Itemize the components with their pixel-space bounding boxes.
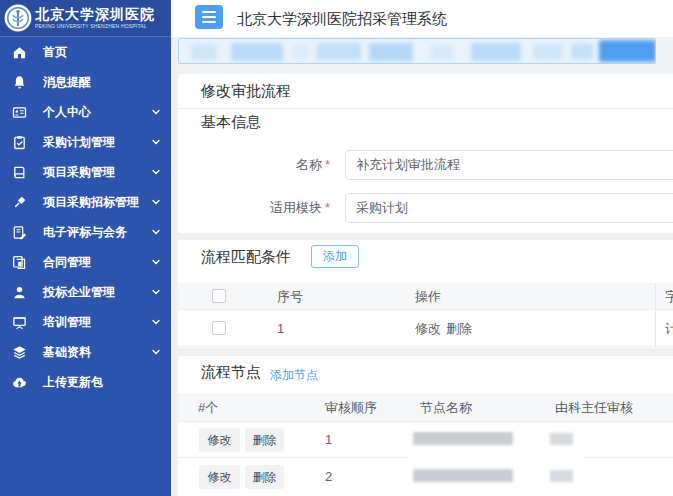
sidebar-menu: 首页 消息提醒 个人中心 采购计划管理 项目采购管理 [0,37,171,397]
chevron-down-icon [150,256,162,268]
sidebar-item-bidder-companies[interactable]: 投标企业管理 [0,277,171,307]
redacted-tab [471,43,521,61]
modify-node-button[interactable]: 修改 [199,465,240,489]
home-icon [12,45,28,60]
sidebar-item-label: 采购计划管理 [43,134,115,151]
sidebar-item-upload-package[interactable]: 上传更新包 [0,367,171,397]
conditions-table-header: 序号 操作 字 [178,283,673,310]
hamburger-icon [202,11,216,13]
app-window: 北京大学深圳医院 PEKING UNIVERSITY SHENZHEN HOSP… [0,0,673,496]
redacted-reviewer [550,470,573,482]
order-cell: 2 [325,458,332,496]
section-title-flow-nodes: 流程节点 [201,362,261,382]
user-icon [12,285,28,300]
sidebar-item-label: 电子评标与会务 [43,224,127,241]
hamburger-menu-button[interactable] [195,5,223,29]
chevron-down-icon [150,346,162,358]
modify-action[interactable]: 修改 [415,310,441,347]
hospital-name-cn: 北京大学深圳医院 [35,7,155,22]
redacted-node-name [413,432,513,445]
delete-node-button[interactable]: 删除 [245,465,284,489]
gavel-icon [12,195,28,210]
redaction-artifact [407,448,585,463]
row-checkbox[interactable] [212,321,226,335]
sidebar-item-label: 首页 [43,44,67,61]
add-condition-button[interactable]: 添加 [311,245,359,268]
name-input[interactable] [345,150,673,180]
sidebar-item-label: 投标企业管理 [43,284,115,301]
sidebar-item-messages[interactable]: 消息提醒 [0,67,171,97]
chevron-down-icon [150,286,162,298]
condition-row: 1 修改 删除 计 [178,310,673,347]
document-edit-icon [12,225,28,240]
main-area: 北京大学深圳医院招采管理系统 修改审批流程 基本信息 名称* 适用模块* [171,0,673,496]
cloud-upload-icon [12,375,28,390]
sidebar-item-training[interactable]: 培训管理 [0,307,171,337]
sidebar: 北京大学深圳医院 PEKING UNIVERSITY SHENZHEN HOSP… [0,0,171,496]
redacted-tab [369,43,413,61]
redacted-tab [317,43,361,60]
redacted-reviewer [550,433,573,445]
clipped-cell: 计 [665,310,673,347]
sidebar-item-label: 项目采购管理 [43,164,115,181]
sidebar-item-label: 基础资料 [43,344,91,361]
redacted-node-name [413,469,513,482]
sidebar-item-base-data[interactable]: 基础资料 [0,337,171,367]
sidebar-item-label: 项目采购招标管理 [43,194,139,211]
hospital-logo: 北京大学深圳医院 PEKING UNIVERSITY SHENZHEN HOSP… [0,0,171,37]
copy-icon [12,255,28,270]
column-clipped: 字 [665,283,673,310]
module-input[interactable] [345,193,673,223]
redacted-primary-button[interactable] [599,40,656,62]
id-card-icon [12,105,28,120]
column-divider [655,283,656,347]
chevron-down-icon [150,106,162,118]
sidebar-item-procurement-plan[interactable]: 采购计划管理 [0,127,171,157]
delete-node-button[interactable]: 删除 [245,428,284,452]
sidebar-item-project-bidding[interactable]: 项目采购招标管理 [0,187,171,217]
system-title: 北京大学深圳医院招采管理系统 [237,0,447,37]
delete-action[interactable]: 删除 [446,310,472,347]
column-index: #个 [198,393,218,422]
redacted-tab [571,44,593,59]
basic-info-panel: 修改审批流程 基本信息 名称* 适用模块* [178,74,673,233]
column-node-name: 节点名称 [420,393,472,422]
sidebar-item-contract[interactable]: 合同管理 [0,247,171,277]
redacted-tab [431,45,453,59]
sidebar-item-label: 合同管理 [43,254,91,271]
column-seq: 序号 [277,283,303,310]
order-cell: 1 [325,422,332,458]
column-action: 操作 [415,283,441,310]
name-field-label: 名称* [178,150,330,180]
sidebar-item-e-evaluation[interactable]: 电子评标与会务 [0,217,171,247]
required-marker: * [325,200,330,215]
column-order: 审核顺序 [325,393,377,422]
redacted-tab [533,44,563,59]
chevron-down-icon [150,316,162,328]
add-node-link[interactable]: 添加节点 [270,365,318,385]
match-conditions-panel: 流程匹配条件 添加 序号 操作 字 1 修改 删除 计 [178,240,673,348]
section-title-basic-info: 基本信息 [201,112,261,132]
sidebar-item-label: 培训管理 [43,314,91,331]
redacted-tab [191,44,217,60]
node-row: 修改 删除 2 [178,458,673,496]
modify-node-button[interactable]: 修改 [199,428,240,452]
seq-cell: 1 [277,310,284,347]
layers-icon [12,345,28,360]
breadcrumb-tab-bar [178,38,656,64]
book-icon [12,165,28,180]
module-field-label: 适用模块* [178,193,330,223]
chevron-down-icon [150,196,162,208]
page-title: 修改审批流程 [178,74,673,109]
column-reviewer: 由科主任审核 [555,393,633,422]
sidebar-item-project-procurement[interactable]: 项目采购管理 [0,157,171,187]
bell-icon [12,75,28,90]
flow-nodes-panel: 流程节点 添加节点 #个 审核顺序 节点名称 由科主任审核 修改 删除 1 修改… [178,356,673,496]
sidebar-item-label: 消息提醒 [43,74,91,91]
sidebar-item-personal-center[interactable]: 个人中心 [0,97,171,127]
sidebar-item-home[interactable]: 首页 [0,37,171,67]
sidebar-item-label: 个人中心 [43,104,91,121]
required-marker: * [325,157,330,172]
redacted-tab [293,45,309,59]
select-all-checkbox[interactable] [212,289,226,303]
